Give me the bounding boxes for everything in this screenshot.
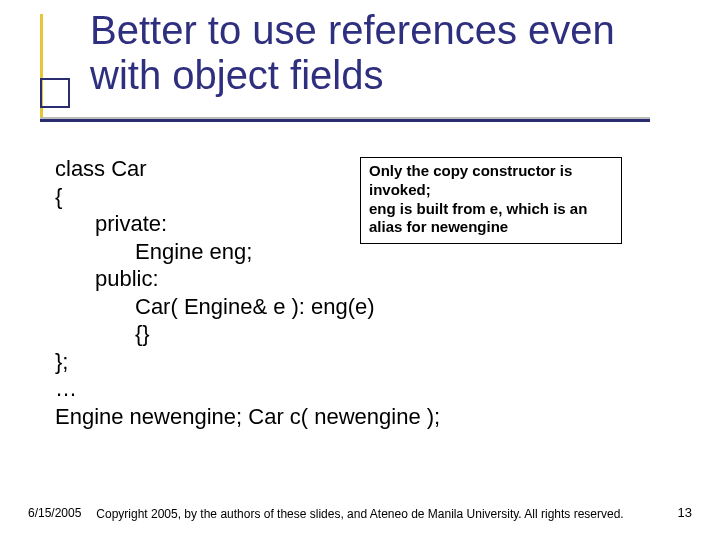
code-line: … [55, 375, 665, 403]
code-line: }; [55, 348, 665, 376]
accent-square [40, 78, 70, 108]
code-line: Engine newengine; Car c( newengine ); [55, 403, 665, 431]
code-line: Car( Engine& e ): eng(e) [55, 293, 665, 321]
code-line: public: [55, 265, 665, 293]
callout-box: Only the copy constructor is invoked; en… [360, 157, 622, 244]
code-line: {} [55, 320, 665, 348]
callout-line: Only the copy constructor is invoked; [369, 162, 613, 200]
callout-line: eng is built from e, which is an alias f… [369, 200, 613, 238]
title-underline-navy [40, 119, 650, 122]
title-area: Better to use references even with objec… [90, 8, 690, 98]
footer-page-number: 13 [678, 505, 692, 520]
slide: Better to use references even with objec… [0, 0, 720, 540]
footer-copyright: Copyright 2005, by the authors of these … [0, 507, 720, 522]
slide-title: Better to use references even with objec… [90, 8, 690, 98]
